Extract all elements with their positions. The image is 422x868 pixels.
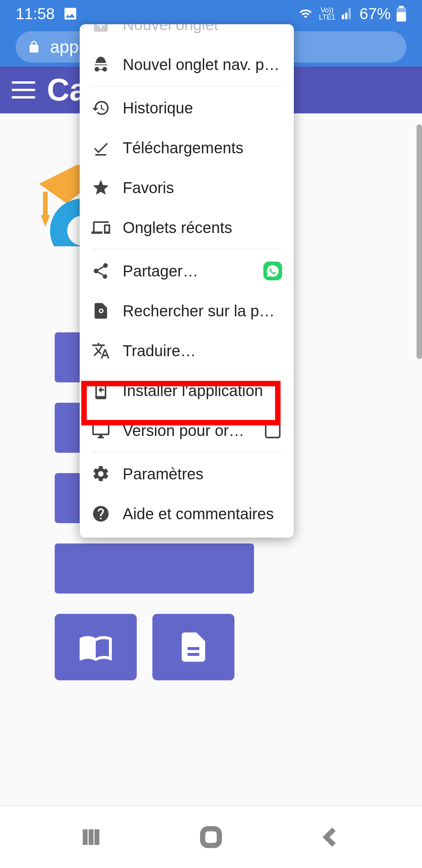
menu-divider <box>91 452 282 452</box>
battery-icon <box>396 6 406 22</box>
star-icon <box>91 178 110 197</box>
find-in-page-icon <box>91 301 110 320</box>
translate-icon <box>91 341 110 360</box>
hamburger-icon[interactable] <box>12 81 35 99</box>
book-icon <box>78 629 113 665</box>
whatsapp-icon[interactable] <box>263 262 282 280</box>
signal-icon <box>341 7 354 20</box>
desktop-icon <box>91 421 110 440</box>
help-icon <box>91 504 110 523</box>
share-icon <box>91 262 110 280</box>
menu-item-history[interactable]: Historique <box>80 88 294 128</box>
status-left: 11:58 <box>16 5 78 23</box>
system-nav-bar <box>0 805 422 868</box>
status-right: Vo)) LTE1 67% <box>298 5 406 23</box>
image-icon <box>63 6 78 22</box>
scrollbar[interactable] <box>417 124 422 359</box>
checkbox-empty-icon[interactable] <box>263 421 282 440</box>
menu-label: Paramètres <box>123 465 282 483</box>
recents-nav-icon[interactable] <box>79 825 103 849</box>
menu-label: Aide et commentaires <box>123 505 282 523</box>
bg-card <box>55 543 254 594</box>
history-icon <box>91 99 110 117</box>
menu-item-find[interactable]: Rechercher sur la page <box>80 291 294 331</box>
status-bar: 11:58 Vo)) LTE1 67% <box>0 0 422 27</box>
incognito-icon <box>91 55 110 74</box>
svg-rect-7 <box>203 829 220 846</box>
status-time: 11:58 <box>16 5 55 23</box>
menu-divider <box>91 86 282 86</box>
menu-label: Historique <box>123 99 282 117</box>
menu-label: Favoris <box>123 179 282 197</box>
wifi-icon <box>298 7 313 20</box>
plus-square-icon <box>91 24 110 34</box>
menu-label: Nouvel onglet <box>123 24 282 34</box>
svg-rect-2 <box>399 6 404 8</box>
menu-label: Nouvel onglet nav. privée <box>123 56 282 74</box>
lock-icon <box>27 39 41 55</box>
menu-item-translate[interactable]: Traduire… <box>80 331 294 371</box>
menu-item-new-tab[interactable]: Nouvel onglet <box>80 24 294 45</box>
menu-label: Traduire… <box>123 342 282 360</box>
menu-label: Installer l'application <box>123 382 282 400</box>
home-nav-icon[interactable] <box>198 825 224 850</box>
menu-item-install[interactable]: Installer l'application <box>80 371 294 411</box>
menu-item-bookmarks[interactable]: Favoris <box>80 168 294 208</box>
menu-item-share[interactable]: Partager… <box>80 251 294 291</box>
menu-item-desktop[interactable]: Version pour ordin… <box>80 411 294 450</box>
svg-rect-3 <box>43 192 48 215</box>
menu-item-incognito[interactable]: Nouvel onglet nav. privée <box>80 45 294 84</box>
menu-item-recent-tabs[interactable]: Onglets récents <box>80 208 294 247</box>
menu-label: Partager… <box>123 262 251 280</box>
svg-rect-1 <box>397 12 406 22</box>
menu-label: Onglets récents <box>123 219 282 237</box>
menu-item-downloads[interactable]: Téléchargements <box>80 128 294 168</box>
lte-label: Vo)) LTE1 <box>319 7 335 21</box>
menu-label: Téléchargements <box>123 139 282 157</box>
chrome-overflow-menu: Nouvel onglet Nouvel onglet nav. privée … <box>80 24 294 538</box>
menu-divider <box>91 249 282 249</box>
document-icon <box>176 629 211 665</box>
menu-item-settings[interactable]: Paramètres <box>80 454 294 494</box>
menu-label: Version pour ordin… <box>123 422 251 439</box>
bg-card <box>152 614 234 680</box>
menu-label: Rechercher sur la page <box>123 302 282 320</box>
gear-icon <box>91 464 110 483</box>
download-done-icon <box>91 138 110 157</box>
menu-item-help[interactable]: Aide et commentaires <box>80 494 294 534</box>
install-mobile-icon <box>91 381 110 400</box>
bg-card <box>55 614 137 680</box>
back-nav-icon[interactable] <box>319 825 343 849</box>
battery-percent: 67% <box>359 5 391 23</box>
devices-icon <box>91 218 110 237</box>
